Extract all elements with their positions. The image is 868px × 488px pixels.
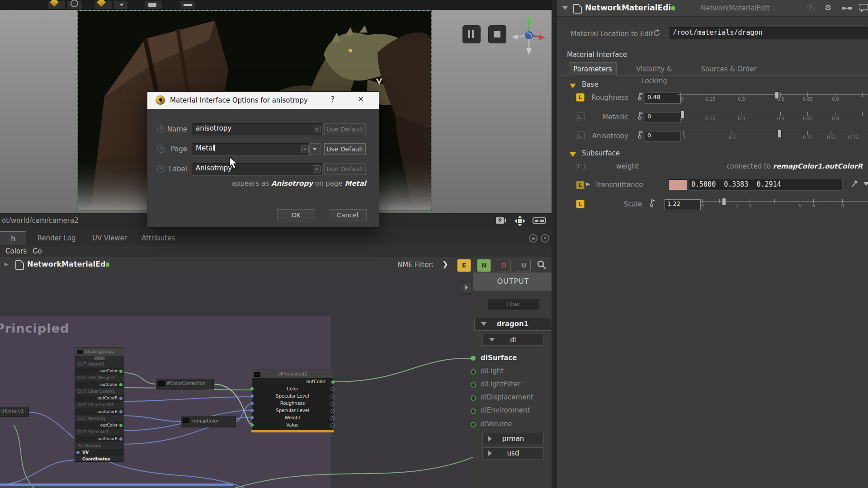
tab-uv-viewer[interactable]: UV Viewer — [88, 231, 131, 245]
keyframe-icon[interactable] — [637, 92, 644, 101]
pause-render-button[interactable] — [462, 25, 481, 43]
camera-button[interactable] — [145, 1, 162, 9]
shading-mode-button[interactable] — [95, 1, 112, 9]
menu-colors[interactable]: Colors — [5, 247, 27, 255]
output-subgroup-dl[interactable]: dl — [482, 334, 544, 346]
input-port[interactable]: Specular Level — [252, 393, 333, 400]
ok-button[interactable]: OK — [277, 209, 315, 221]
help-icon[interactable]: ? — [157, 125, 165, 133]
snap-mode-button[interactable] — [48, 1, 65, 9]
pane-close-icon[interactable]: ✕ — [541, 234, 549, 243]
filter-deleted-button[interactable]: D — [497, 259, 511, 272]
tab-attributes[interactable]: Attributes — [138, 231, 179, 245]
out-port[interactable]: outColor — [75, 368, 124, 375]
slider-handle[interactable] — [775, 91, 779, 99]
dialog-help-button[interactable]: ? — [327, 95, 338, 103]
name-input[interactable]: anisotropy ✕ — [192, 123, 323, 136]
tab-parameters[interactable]: Parameters — [569, 62, 617, 75]
page-dropdown-button[interactable] — [309, 143, 321, 155]
input-port[interactable]: Value — [252, 422, 333, 429]
clear-field-icon[interactable]: ✕ — [301, 145, 309, 153]
slider-handle[interactable] — [778, 130, 782, 137]
out-port[interactable]: outColor — [75, 422, 124, 429]
principled-node[interactable]: dlPrincipled2 outColor Color Specular Le… — [252, 370, 333, 430]
tab-render-log[interactable]: Render Log — [32, 231, 81, 245]
page-use-default-button[interactable]: Use Default — [324, 143, 366, 155]
name-use-default-button[interactable]: Use Default — [324, 123, 366, 135]
expand-pill-icon[interactable] — [94, 357, 105, 360]
expand-filter-icon[interactable]: ❯ — [442, 260, 448, 268]
port-ring-icon[interactable] — [471, 422, 476, 427]
chevron-right-icon[interactable]: ▶ — [5, 261, 8, 267]
output-group-dragon1[interactable]: dragon1 — [474, 318, 551, 331]
pane-menu-icon[interactable]: ▣ — [529, 234, 538, 243]
output-port[interactable]: dlDisplacement — [481, 393, 533, 401]
roughness-slider[interactable]: 0 0.15 0.3 0.5 0.65 0.8 — [678, 91, 868, 103]
material-location-input[interactable]: /root/materials/dragon — [670, 27, 868, 39]
uv-port[interactable]: UV Coordinates — [75, 449, 124, 456]
remap-color-node[interactable]: remapColor — [181, 416, 236, 427]
chevron-down-icon[interactable] — [562, 6, 568, 10]
out-port[interactable]: outColorR — [75, 436, 124, 442]
port-ring-icon[interactable] — [471, 369, 476, 375]
keyframe-icon[interactable] — [637, 130, 644, 139]
state-badge-local[interactable]: L — [576, 200, 585, 208]
pane-divider[interactable] — [552, 0, 557, 488]
section-subsurface[interactable]: Subsurface — [570, 149, 620, 159]
out-port[interactable]: outColorR — [75, 395, 124, 402]
color-swatch[interactable] — [668, 179, 687, 190]
input-port[interactable]: Roughness — [252, 400, 333, 407]
port-ring-icon[interactable] — [471, 395, 476, 401]
color-correction-node[interactable]: #ColorCorrection — [156, 379, 214, 389]
chevron-right-icon[interactable]: ▶ — [586, 181, 590, 187]
keyframe-icon[interactable] — [649, 198, 656, 207]
anisotropy-value[interactable]: 0 — [645, 131, 681, 142]
filter-unchanged-button[interactable]: U — [517, 259, 531, 272]
tab-node-graph-partial[interactable]: h — [0, 231, 26, 245]
orientation-gizmo[interactable] — [511, 14, 547, 56]
state-badge-local[interactable]: L — [576, 181, 585, 189]
refresh-icon[interactable] — [653, 29, 661, 37]
output-collapse-button[interactable] — [462, 281, 472, 294]
help-icon[interactable]: ? — [157, 165, 165, 173]
pan-mode-icon[interactable] — [514, 216, 525, 226]
render-camera-icon[interactable] — [495, 216, 507, 225]
input-port[interactable]: Color — [252, 385, 333, 393]
output-port[interactable]: dlLight — [481, 367, 504, 375]
metallic-slider[interactable]: 0 0.15 0.3 0.5 0.65 0.8 — [678, 110, 868, 123]
input-port[interactable]: Weight — [252, 414, 333, 422]
dialog-close-button[interactable]: ✕ — [355, 95, 366, 103]
menu-go[interactable]: Go — [33, 247, 42, 255]
node-graph-canvas[interactable]: Principled ShadingGroup — [0, 272, 552, 488]
help-icon[interactable]: ? — [807, 5, 815, 12]
tab-visibility-locking[interactable]: Visibility & Locking — [623, 63, 686, 75]
output-renderer-prman[interactable]: prman — [482, 433, 544, 445]
out-port[interactable]: outColorR — [75, 408, 124, 415]
anisotropy-slider[interactable]: -1 -0.5 0 0.25 0.5 0.75 — [678, 129, 868, 142]
slider-handle[interactable] — [680, 111, 684, 118]
label-use-default-button[interactable]: Use Default — [324, 163, 366, 175]
stop-render-button[interactable] — [488, 25, 506, 43]
search-icon[interactable] — [537, 260, 547, 270]
shading-group-node[interactable]: ShadingGroup OUT: Albedo1 outColor OUT: … — [75, 347, 124, 462]
help-icon[interactable]: ? — [157, 145, 165, 153]
port-ring-icon[interactable] — [471, 408, 476, 414]
filter-edited-button[interactable]: E — [457, 259, 471, 272]
slider-handle[interactable] — [722, 198, 726, 206]
output-port[interactable]: dlLightFilter — [481, 380, 520, 388]
collapse-button[interactable] — [180, 1, 195, 9]
scale-slider[interactable]: 0 2 3 5 6 8 — [701, 197, 868, 210]
port-dot-icon[interactable] — [471, 356, 476, 361]
port-ring-icon[interactable] — [471, 382, 476, 388]
page-input[interactable]: Metal ✕ — [192, 143, 311, 156]
output-filter-input[interactable]: Filter — [488, 299, 539, 310]
dropdown-button[interactable] — [114, 1, 127, 9]
mode-button[interactable] — [67, 1, 82, 9]
output-port[interactable]: dlVolume — [481, 420, 512, 428]
stereo-glasses-icon[interactable] — [533, 216, 546, 225]
output-renderer-usd[interactable]: usd — [482, 447, 544, 460]
tab-sources-order[interactable]: Sources & Order — [700, 63, 757, 75]
texture-node[interactable]: dTexture1 — [0, 407, 29, 417]
roughness-value[interactable]: 0.48 — [645, 93, 681, 103]
input-port[interactable]: Specular Level — [252, 407, 333, 414]
